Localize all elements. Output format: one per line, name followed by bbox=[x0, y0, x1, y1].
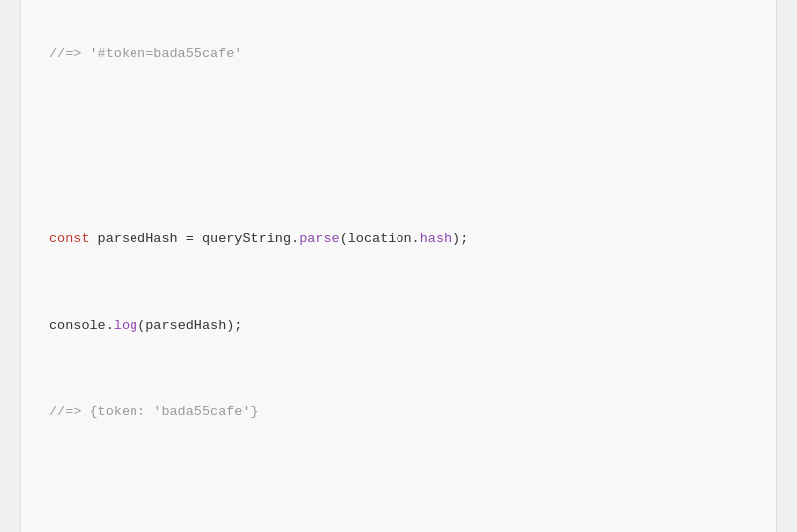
code-block: import queryString from 'query-string'; … bbox=[49, 0, 748, 532]
code-line-15: //=> {token: 'bada55cafe'} bbox=[49, 401, 748, 423]
blank-5 bbox=[49, 488, 748, 500]
code-line-14: console.log(parsedHash); bbox=[49, 315, 748, 337]
code-container: import queryString from 'query-string'; … bbox=[20, 0, 777, 532]
code-line-13: const parsedHash = queryString.parse(loc… bbox=[49, 228, 748, 250]
blank-4 bbox=[49, 130, 748, 141]
code-line-11: //=> '#token=bada55cafe' bbox=[49, 43, 748, 65]
